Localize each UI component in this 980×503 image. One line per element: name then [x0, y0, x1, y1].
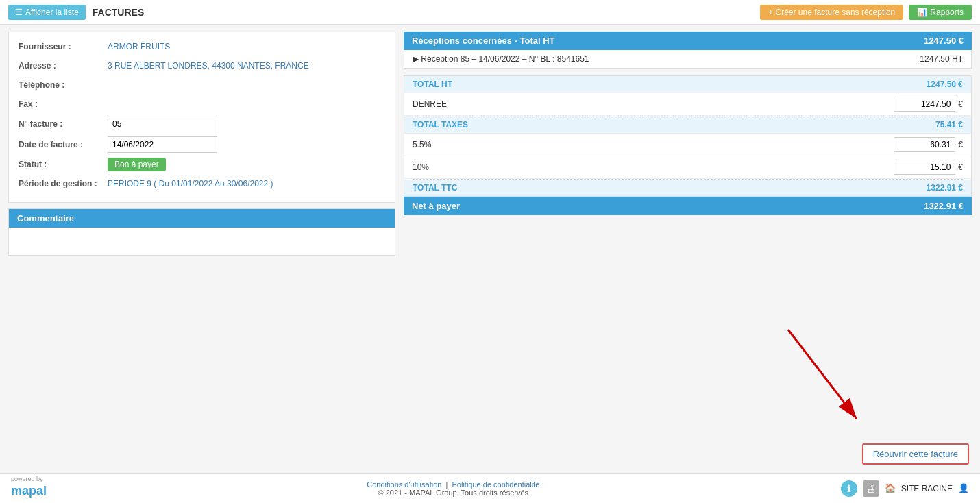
total-taxes-row: TOTAL TAXES 75.41 €	[404, 116, 971, 134]
comment-card: Commentaire	[8, 208, 395, 256]
denree-input-group: €	[894, 97, 963, 112]
total-ht-label: TOTAL HT	[413, 79, 452, 89]
tax2-row: 10% €	[404, 156, 971, 179]
tax1-currency: €	[958, 140, 963, 149]
afficher-liste-button[interactable]: ☰ Afficher la liste	[8, 5, 86, 20]
net-payer-label: Net à payer	[412, 201, 460, 211]
periode-value: PERIODE 9 ( Du 01/01/2022 Au 30/06/2022 …	[108, 179, 273, 188]
tax1-input-group: €	[894, 137, 963, 152]
top-bar-left: ☰ Afficher la liste FACTURES	[8, 5, 144, 20]
tax2-label: 10%	[413, 162, 429, 172]
tax2-input-group: €	[894, 160, 963, 175]
comment-header: Commentaire	[9, 209, 395, 228]
reception-row: ▶ Réception 85 – 14/06/2022 – N° BL : 85…	[404, 50, 972, 69]
adresse-value: 3 RUE ALBERT LONDRES, 44300 NANTES, FRAN…	[108, 61, 309, 71]
bon-a-payer-button[interactable]: Bon à payer	[108, 158, 166, 171]
periode-row: Période de gestion : PERIODE 9 ( Du 01/0…	[19, 176, 385, 191]
rapports-icon: 📊	[917, 8, 927, 17]
adresse-label: Adresse :	[19, 61, 108, 71]
denree-label: DENREE	[413, 99, 447, 109]
nfacture-row: N° facture :	[19, 116, 385, 132]
rapports-button[interactable]: 📊 Rapports	[909, 5, 972, 20]
totals-section: TOTAL HT 1247.50 € DENREE € TOTAL TAXES …	[404, 75, 972, 197]
statut-label: Statut :	[19, 160, 108, 169]
comment-body	[9, 228, 395, 255]
tax1-label: 5.5%	[413, 140, 431, 149]
top-bar-right: + Créer une facture sans réception 📊 Rap…	[760, 5, 972, 20]
total-taxes-label: TOTAL TAXES	[413, 120, 468, 130]
date-label: Date de facture :	[19, 140, 108, 149]
receptions-title: Réceptions concernées - Total HT	[412, 36, 555, 46]
fax-row: Fax :	[19, 97, 385, 112]
nfacture-input[interactable]	[108, 116, 217, 132]
create-facture-button[interactable]: + Créer une facture sans réception	[760, 5, 903, 20]
date-input[interactable]	[108, 136, 217, 153]
telephone-row: Téléphone :	[19, 77, 385, 93]
total-taxes-value: 75.41 €	[935, 120, 963, 130]
fournisseur-label: Fournisseur :	[19, 42, 108, 51]
fournisseur-value: ARMOR FRUITS	[108, 42, 170, 51]
nfacture-label: N° facture :	[19, 119, 108, 129]
reception-amount: 1247.50 HT	[920, 54, 963, 64]
info-card: Fournisseur : ARMOR FRUITS Adresse : 3 R…	[8, 32, 395, 203]
tax2-input[interactable]	[894, 160, 955, 175]
right-panel: Réceptions concernées - Total HT 1247.50…	[404, 32, 972, 256]
adresse-row: Adresse : 3 RUE ALBERT LONDRES, 44300 NA…	[19, 58, 385, 73]
total-ttc-label: TOTAL TTC	[413, 183, 457, 193]
total-ttc-row: TOTAL TTC 1322.91 €	[404, 180, 971, 196]
periode-label: Période de gestion :	[19, 179, 108, 188]
fax-label: Fax :	[19, 99, 108, 109]
total-ht-row: TOTAL HT 1247.50 €	[404, 76, 971, 93]
fournisseur-row: Fournisseur : ARMOR FRUITS	[19, 39, 385, 54]
reception-label: ▶ Réception 85 – 14/06/2022 – N° BL : 85…	[413, 54, 589, 64]
page-title: FACTURES	[93, 7, 144, 18]
date-row: Date de facture :	[19, 136, 385, 153]
receptions-header: Réceptions concernées - Total HT 1247.50…	[404, 32, 972, 50]
list-icon: ☰	[15, 8, 23, 17]
telephone-label: Téléphone :	[19, 80, 108, 90]
receptions-total: 1247.50 €	[924, 36, 964, 46]
denree-input[interactable]	[894, 97, 955, 112]
left-panel: Fournisseur : ARMOR FRUITS Adresse : 3 R…	[8, 32, 395, 256]
total-ht-value: 1247.50 €	[927, 79, 963, 89]
denree-currency: €	[958, 99, 963, 109]
net-payer-value: 1322.91 €	[924, 201, 964, 211]
denree-row: DENREE €	[404, 93, 971, 116]
tax1-input[interactable]	[894, 137, 955, 152]
tax2-currency: €	[958, 162, 963, 172]
net-payer-bar: Net à payer 1322.91 €	[404, 197, 972, 215]
statut-row: Statut : Bon à payer	[19, 157, 385, 172]
main-content: Fournisseur : ARMOR FRUITS Adresse : 3 R…	[0, 25, 980, 262]
top-bar: ☰ Afficher la liste FACTURES + Créer une…	[0, 0, 980, 25]
tax1-row: 5.5% €	[404, 134, 971, 156]
total-ttc-value: 1322.91 €	[927, 183, 963, 193]
